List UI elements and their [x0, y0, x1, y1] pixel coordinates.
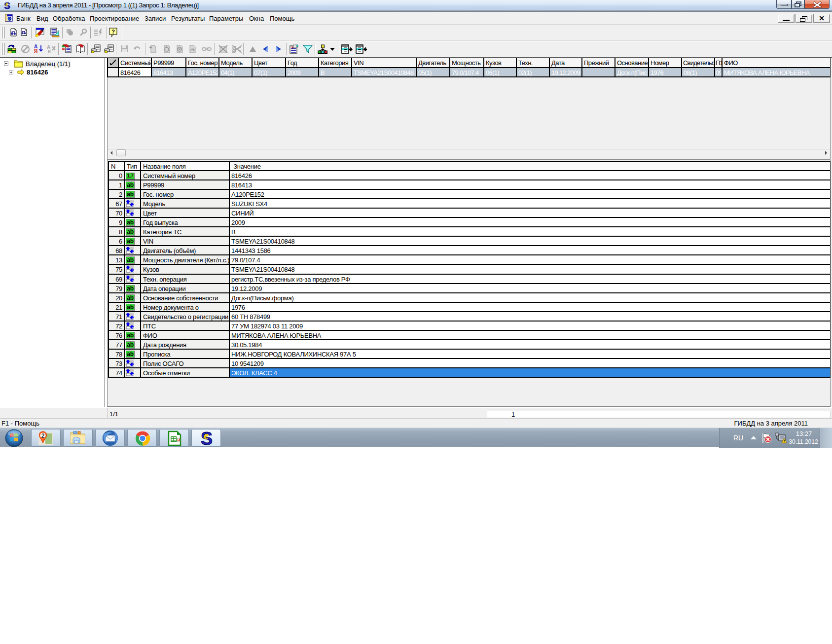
svg-text:я: я — [48, 48, 51, 54]
svg-text:e: e — [204, 430, 209, 441]
svg-text:2: 2 — [41, 432, 45, 439]
svg-text:e: e — [5, 1, 8, 7]
svg-text:?: ? — [111, 29, 115, 35]
svg-text:Я: Я — [34, 48, 37, 54]
